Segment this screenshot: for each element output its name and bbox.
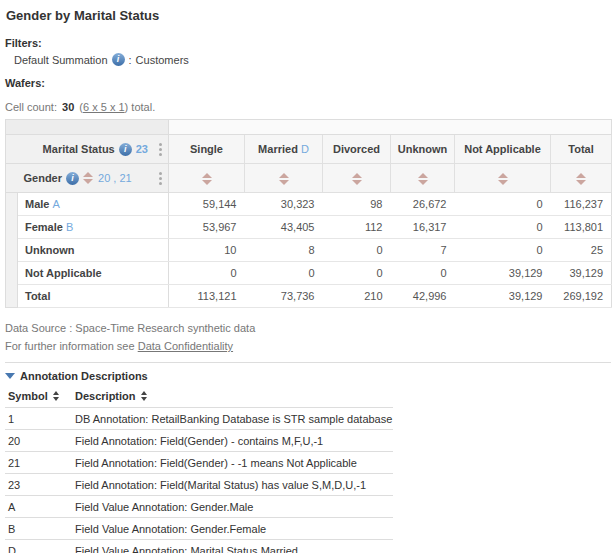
sort-toggle-icon[interactable] (352, 173, 362, 185)
row-label: Unknown (18, 239, 169, 262)
annotation-description: Field Annotation: Field(Marital Status) … (72, 474, 393, 496)
sort-cell-total[interactable] (551, 164, 612, 193)
column-header-label: Not Applicable (464, 143, 541, 155)
filters-label: Filters: (5, 37, 611, 49)
data-cell: 39,129 (455, 262, 551, 285)
row-dimension-cell: Gender i 20 , 21 (18, 164, 169, 193)
data-confidentiality-link[interactable]: Data Confidentiality (138, 340, 233, 352)
annotation-col-description[interactable]: Description (72, 390, 393, 408)
filter-name: Default Summation (14, 54, 108, 66)
row-dimension-indent (6, 164, 18, 193)
filter-line: Default Summation i : Customers (14, 53, 611, 66)
cell-count-label: Cell count: (5, 101, 57, 113)
data-cell: 98 (323, 193, 391, 216)
data-cell: 7 (391, 239, 455, 262)
row-indent (6, 193, 18, 216)
further-info-note: For further information see Data Confide… (5, 340, 611, 352)
sort-toggle-icon[interactable] (141, 391, 147, 401)
annotation-col-symbol[interactable]: Symbol (5, 390, 72, 408)
row-label-text: Unknown (25, 244, 75, 256)
data-cell: 59,144 (169, 193, 245, 216)
row-annotation[interactable]: A (53, 198, 60, 210)
row-label-text: Total (25, 290, 50, 302)
sort-cell-divorced[interactable] (323, 164, 391, 193)
column-annotation[interactable]: D (301, 143, 309, 155)
data-cell: 26,672 (391, 193, 455, 216)
annotation-description: Field Annotation: Field(Gender) - contai… (72, 430, 393, 452)
row-annotation[interactable]: B (66, 221, 73, 233)
column-header-label: Unknown (398, 143, 448, 155)
data-cell: 0 (455, 193, 551, 216)
annotation-symbol: 23 (5, 474, 72, 496)
annotation-description: Field Annotation: Field(Gender) - -1 mea… (72, 452, 393, 474)
data-cell: 0 (245, 262, 323, 285)
data-cell: 0 (455, 239, 551, 262)
sort-toggle-icon[interactable] (202, 173, 212, 185)
kebab-menu-icon[interactable] (157, 170, 164, 187)
sort-cell-single[interactable] (169, 164, 245, 193)
column-dimension-annotation[interactable]: 23 (136, 143, 148, 155)
sort-cell-unknown[interactable] (391, 164, 455, 193)
table-row-female: Female B 53,967 43,405 112 16,317 0 113,… (6, 216, 612, 239)
sort-cell-not-applicable[interactable] (455, 164, 551, 193)
data-source-note: Data Source : Space-Time Research synthe… (5, 322, 611, 334)
sort-toggle-icon[interactable] (418, 173, 428, 185)
further-info-text: For further information see (5, 340, 135, 352)
row-indent (6, 216, 18, 239)
sort-toggle-icon[interactable] (53, 391, 59, 401)
sort-toggle-icon[interactable] (83, 172, 93, 184)
annotation-description: Field Value Annotation: Gender.Female (72, 518, 393, 540)
cell-count-link[interactable]: 6 x 5 x 1 (83, 101, 125, 113)
info-icon[interactable]: i (66, 172, 79, 185)
column-header-unknown[interactable]: Unknown (391, 135, 455, 164)
data-cell: 16,317 (391, 216, 455, 239)
data-cell: 53,967 (169, 216, 245, 239)
column-dimension-cell: Marital Status i 23 (6, 135, 169, 164)
data-cell: 0 (323, 239, 391, 262)
row-label: Male A (18, 193, 169, 216)
annotation-description: Field Value Annotation: Gender.Male (72, 496, 393, 518)
data-cell: 112 (323, 216, 391, 239)
data-cell: 0 (455, 216, 551, 239)
column-header-married[interactable]: Married D (245, 135, 323, 164)
table-row-total: Total 113,121 73,736 210 42,996 39,129 2… (6, 285, 612, 308)
column-header-label: Total (568, 143, 593, 155)
column-header-divorced[interactable]: Divorced (323, 135, 391, 164)
filter-separator: : (129, 54, 132, 66)
row-dimension-annotations[interactable]: 20 , 21 (98, 172, 132, 184)
info-icon[interactable]: i (119, 143, 132, 156)
data-cell: 43,405 (245, 216, 323, 239)
sort-toggle-icon[interactable] (279, 173, 289, 185)
data-cell: 113,121 (169, 285, 245, 308)
data-cell: 30,323 (245, 193, 323, 216)
data-cell: 73,736 (245, 285, 323, 308)
filter-value: Customers (136, 54, 189, 66)
annotation-row: BField Value Annotation: Gender.Female (5, 518, 393, 540)
row-label-text: Not Applicable (25, 267, 102, 279)
data-cell: 8 (245, 239, 323, 262)
table-row-unknown: Unknown 10 8 0 7 0 25 (6, 239, 612, 262)
row-label: Female B (18, 216, 169, 239)
data-cell: 0 (169, 262, 245, 285)
column-header-single[interactable]: Single (169, 135, 245, 164)
section-divider (5, 362, 611, 363)
column-header-total[interactable]: Total (551, 135, 612, 164)
data-cell: 39,129 (455, 285, 551, 308)
annotation-descriptions-toggle[interactable]: Annotation Descriptions (5, 370, 611, 382)
column-header-label: Divorced (333, 143, 380, 155)
annotation-symbol: 21 (5, 452, 72, 474)
data-cell: 25 (551, 239, 612, 262)
sort-cell-married[interactable] (245, 164, 323, 193)
description-header-label: Description (75, 390, 136, 402)
info-icon[interactable]: i (112, 53, 125, 66)
sort-toggle-icon[interactable] (498, 173, 508, 185)
collapse-triangle-icon (5, 373, 15, 379)
top-strip-right (169, 120, 612, 135)
sort-toggle-icon[interactable] (576, 173, 586, 185)
annotation-row: AField Value Annotation: Gender.Male (5, 496, 393, 518)
kebab-menu-icon[interactable] (157, 141, 164, 158)
column-header-not-applicable[interactable]: Not Applicable (455, 135, 551, 164)
cell-count-value: 30 (62, 101, 74, 113)
table-top-strip (6, 120, 612, 135)
crosstab-table: Marital Status i 23 Single Married D Div… (5, 119, 612, 308)
